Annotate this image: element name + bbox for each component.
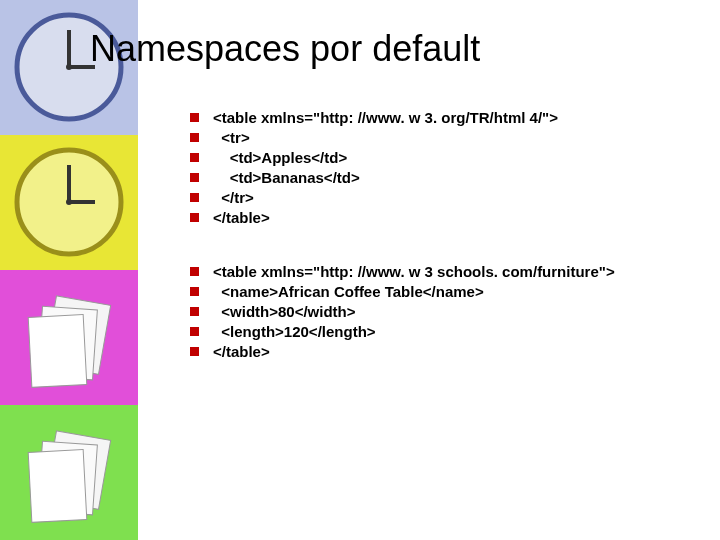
- svg-point-4: [66, 64, 72, 70]
- slide-title: Namespaces por default: [90, 28, 480, 70]
- code-line: <table xmlns="http: //www. w 3 schools. …: [213, 262, 615, 282]
- slide-content: <table xmlns="http: //www. w 3. org/TR/h…: [190, 108, 690, 396]
- code-block-1: <table xmlns="http: //www. w 3. org/TR/h…: [190, 108, 690, 228]
- code-block-2: <table xmlns="http: //www. w 3 schools. …: [190, 262, 690, 362]
- code-line: <td>Apples</td>: [213, 148, 347, 168]
- bullet-icon: [190, 267, 199, 276]
- bullet-icon: [190, 193, 199, 202]
- code-line: </table>: [213, 342, 270, 362]
- bullet-icon: [190, 133, 199, 142]
- bullet-icon: [190, 213, 199, 222]
- papers-icon: [0, 405, 138, 540]
- code-line: <tr>: [213, 128, 250, 148]
- clock-icon: [0, 135, 138, 270]
- code-line: </tr>: [213, 188, 254, 208]
- svg-rect-13: [28, 315, 87, 388]
- bullet-icon: [190, 173, 199, 182]
- code-line: <td>Bananas</td>: [213, 168, 360, 188]
- code-line: <name>African Coffee Table</name>: [213, 282, 484, 302]
- papers-icon: [0, 270, 138, 405]
- svg-point-9: [66, 199, 72, 205]
- code-line: <table xmlns="http: //www. w 3. org/TR/h…: [213, 108, 558, 128]
- code-line: <width>80</width>: [213, 302, 356, 322]
- bullet-icon: [190, 327, 199, 336]
- bullet-icon: [190, 153, 199, 162]
- bullet-icon: [190, 347, 199, 356]
- code-line: <length>120</length>: [213, 322, 376, 342]
- bullet-icon: [190, 307, 199, 316]
- bullet-icon: [190, 287, 199, 296]
- bullet-icon: [190, 113, 199, 122]
- code-line: </table>: [213, 208, 270, 228]
- svg-rect-17: [28, 450, 87, 523]
- decorative-sidebar: [0, 0, 138, 540]
